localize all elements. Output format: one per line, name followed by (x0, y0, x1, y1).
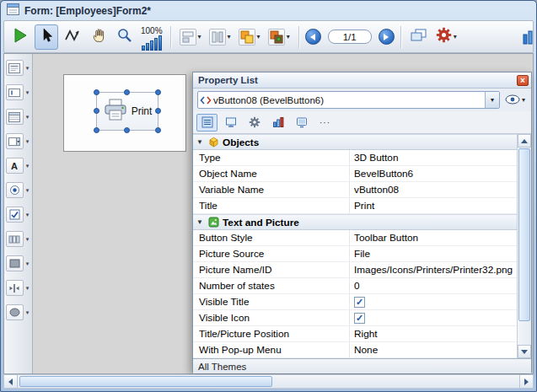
selection-handle-w[interactable] (94, 108, 99, 114)
scroll-up-button[interactable] (518, 134, 531, 148)
chevron-down-icon[interactable]: ▾ (24, 187, 31, 194)
scrollbar-track[interactable] (18, 374, 519, 389)
button-grid-tool-icon[interactable] (6, 231, 24, 247)
tab-display[interactable] (291, 114, 312, 132)
selection-handle-ne[interactable] (155, 89, 161, 95)
tab-more[interactable]: ··· (314, 114, 336, 132)
property-value[interactable]: None (350, 342, 517, 357)
selection-handle-n[interactable] (124, 89, 130, 95)
distribute-menu-button[interactable]: ▾ (207, 27, 234, 47)
form-canvas[interactable]: Print (63, 74, 186, 152)
execute-form-button[interactable] (8, 24, 32, 50)
selection-handle-sw[interactable] (94, 127, 99, 133)
zoom-bars-icon[interactable] (142, 35, 162, 51)
radio-button-tool-icon[interactable] (6, 182, 24, 198)
section-header-objects[interactable]: ▼ Objects (193, 134, 517, 150)
fill-color-menu-button[interactable]: ▾ (236, 27, 263, 47)
tool-checkbox[interactable]: ▾ (6, 207, 31, 223)
tool-splitter[interactable]: ▾ (6, 280, 31, 296)
property-row-with-popup-menu[interactable]: With Pop-up Menu None (193, 342, 517, 358)
label-tool-icon[interactable]: A (6, 158, 24, 174)
property-row-title-picture-position[interactable]: Title/Picture Position Right (193, 326, 517, 342)
tool-listbox[interactable]: ▾ (6, 109, 31, 125)
property-row-type[interactable]: Type 3D Button (193, 150, 517, 166)
visible-title-checkbox[interactable]: ✓ (354, 297, 365, 308)
listbox-tool-icon[interactable] (6, 109, 24, 125)
input-tool-icon[interactable] (6, 84, 24, 100)
settings-menu-button[interactable]: ▾ (433, 25, 459, 48)
tool-button-grid[interactable]: ▾ (6, 231, 31, 247)
tool-oval[interactable]: ▾ (6, 304, 31, 320)
chevron-down-icon[interactable]: ▾ (454, 34, 457, 40)
scroll-left-button[interactable] (3, 374, 18, 389)
chevron-down-icon[interactable]: ▾ (228, 34, 231, 40)
previous-page-button[interactable] (305, 29, 321, 45)
disclosure-triangle-icon[interactable]: ▼ (196, 138, 204, 146)
rectangle-tool-icon[interactable] (6, 255, 24, 271)
views-icon[interactable] (523, 28, 534, 46)
chevron-down-icon[interactable]: ▾ (24, 138, 31, 145)
property-value[interactable]: 0 (350, 278, 517, 293)
next-page-button[interactable] (379, 29, 395, 45)
object-selector-combo[interactable]: vButton08 (BevelButton6) ▾ (197, 91, 500, 109)
selection-handle-s[interactable] (124, 127, 130, 133)
zoom-tool-button[interactable] (113, 24, 137, 50)
chevron-down-icon[interactable]: ▾ (24, 236, 31, 243)
property-value[interactable]: vButton08 (350, 182, 517, 197)
selection-handle-nw[interactable] (94, 89, 99, 95)
property-value[interactable]: File (350, 246, 517, 261)
selected-print-button[interactable]: Print (96, 92, 158, 131)
tool-label[interactable]: A▾ (6, 158, 31, 174)
close-icon[interactable]: × (517, 75, 529, 86)
windows-cascade-button[interactable] (407, 24, 431, 50)
canvas-horizontal-scrollbar[interactable] (3, 374, 534, 389)
chevron-down-icon[interactable]: ▾ (24, 260, 31, 267)
selection-tool-button[interactable] (35, 24, 58, 50)
property-value[interactable]: BevelButton6 (350, 166, 517, 181)
property-row-picture-name[interactable]: Picture Name/ID Images/Icons/Printers/Pr… (193, 262, 517, 278)
border-color-menu-button[interactable]: ▾ (266, 27, 293, 47)
show-hide-properties-button[interactable]: ▾ (503, 92, 527, 109)
themes-footer[interactable]: All Themes (193, 358, 531, 373)
tool-rectangle[interactable]: ▾ (6, 255, 31, 271)
tool-text[interactable]: ▾ (6, 60, 31, 76)
scroll-right-button[interactable] (519, 374, 534, 389)
move-tool-button[interactable] (87, 24, 110, 50)
property-list-titlebar[interactable]: Property List × (193, 72, 531, 89)
property-row-number-of-states[interactable]: Number of states 0 (193, 278, 517, 294)
tab-settings[interactable] (244, 114, 265, 132)
property-row-visible-title[interactable]: Visible Title ✓ (193, 294, 517, 310)
chevron-down-icon[interactable]: ▾ (24, 285, 31, 292)
property-row-button-style[interactable]: Button Style Toolbar Button (193, 230, 517, 246)
tool-combobox[interactable]: ▾ (6, 133, 31, 149)
combo-dropdown-button[interactable]: ▾ (485, 92, 499, 108)
property-value[interactable]: Right (350, 326, 517, 341)
splitter-tool-icon[interactable] (6, 280, 24, 296)
tab-all-properties[interactable] (196, 114, 217, 132)
tab-appearance[interactable] (220, 114, 241, 132)
property-row-object-name[interactable]: Object Name BevelButton6 (193, 166, 517, 182)
property-row-visible-icon[interactable]: Visible Icon ✓ (193, 310, 517, 326)
checkbox-tool-icon[interactable] (6, 207, 24, 223)
scrollbar-thumb[interactable] (19, 376, 272, 387)
chevron-down-icon[interactable]: ▾ (257, 34, 260, 40)
chevron-down-icon[interactable]: ▾ (24, 65, 31, 72)
disclosure-triangle-icon[interactable]: ▼ (196, 218, 204, 226)
chevron-down-icon[interactable]: ▾ (287, 34, 290, 40)
visible-icon-checkbox[interactable]: ✓ (354, 313, 365, 324)
property-grid-scrollbar[interactable] (517, 134, 531, 358)
chevron-down-icon[interactable]: ▾ (198, 34, 201, 40)
chevron-down-icon[interactable]: ▾ (24, 114, 31, 121)
tab-events[interactable] (267, 114, 288, 132)
property-row-picture-source[interactable]: Picture Source File (193, 246, 517, 262)
tool-input[interactable]: ▾ (6, 84, 31, 100)
property-row-variable-name[interactable]: Variable Name vButton08 (193, 182, 517, 198)
chevron-down-icon[interactable]: ▾ (522, 97, 525, 104)
align-menu-button[interactable]: ▾ (177, 27, 204, 47)
combobox-tool-icon[interactable] (6, 133, 24, 149)
section-header-text-and-picture[interactable]: ▼ Text and Picture (193, 214, 517, 230)
property-value[interactable]: Toolbar Button (350, 230, 517, 245)
scrollbar-thumb[interactable] (518, 148, 530, 321)
zoom-level-control[interactable]: 100% (141, 23, 163, 51)
title-bar[interactable]: Form: [Employees]Form2* (1, 1, 536, 20)
